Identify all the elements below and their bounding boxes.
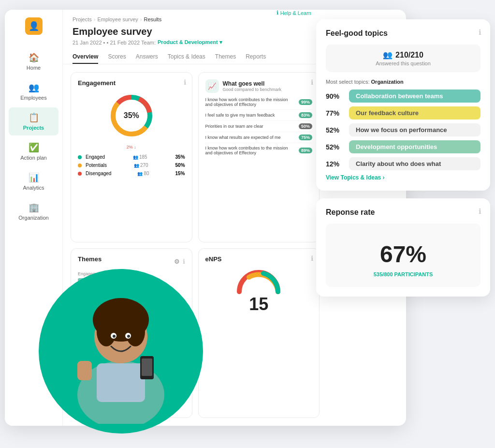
tab-themes[interactable]: Themes <box>215 50 236 64</box>
response-rate-title: Reponse rate <box>326 208 480 217</box>
help-link[interactable]: ℹ Help & Learn <box>277 10 311 16</box>
sidebar-label-home: Home <box>27 65 41 71</box>
whatwell-item-4: I know how work contributes to the missi… <box>205 143 313 158</box>
enps-card: eNPS ℹ 15 <box>198 248 320 418</box>
sidebar-item-organization[interactable]: 🏢 Organization <box>9 197 58 225</box>
feel-good-info-icon[interactable]: ℹ <box>479 28 481 37</box>
whatwell-info-icon[interactable]: ℹ <box>311 78 313 86</box>
employees-icon: 👥 <box>29 82 39 93</box>
whatwell-item-0: I know how work contributes to the missi… <box>205 95 313 110</box>
legend-potentials: Potentials 👥 270 50% <box>78 163 185 168</box>
response-rate-card: Reponse rate ℹ 67% 535/800 PARTICIPANTS <box>316 198 490 297</box>
sidebar-label-organization: Organization <box>18 215 48 221</box>
topic-label-2: How we focus on performance <box>349 123 480 136</box>
topic-row-1: 77% Our feedback culture <box>326 106 480 119</box>
engagement-change: 2% ↓ <box>127 145 136 149</box>
breadcrumb-results: Results <box>144 16 161 22</box>
most-select-label: Most select topics: Organization <box>326 79 480 85</box>
enps-value: 15 <box>205 294 313 314</box>
whatwell-icon: 📈 <box>205 79 219 93</box>
feel-good-title: Feel-good topics <box>326 29 480 38</box>
breadcrumb-survey[interactable]: Employee survey <box>97 16 138 22</box>
whatwell-card: ℹ 📈 What goes well Good compared to benc… <box>198 72 320 242</box>
breadcrumb-sep1: › <box>94 16 96 22</box>
tab-topics[interactable]: Topics & Ideas <box>168 50 205 64</box>
answered-box: 👥 210/210 Answered this question <box>326 45 480 72</box>
organization-icon: 🏢 <box>29 202 39 213</box>
analytics-icon: 📊 <box>29 172 39 183</box>
svg-rect-14 <box>77 361 92 380</box>
topic-row-0: 90% Collaboration between teams <box>326 90 480 103</box>
svg-point-12 <box>127 335 130 338</box>
svg-rect-16 <box>142 358 152 376</box>
engagement-title: Engagement <box>78 79 185 87</box>
topic-label-4: Clarity about who does what <box>349 157 480 170</box>
sidebar-item-action-plan[interactable]: ✅ Action plan <box>9 137 58 165</box>
themes-settings-icon[interactable]: ⚙ <box>174 258 180 265</box>
whatwell-subtitle: Good compared to benchmark <box>223 87 282 92</box>
sidebar-label-projects: Projects <box>23 125 44 131</box>
whatwell-item-1: I feel safe to give my team feedback 83% <box>205 110 313 121</box>
enps-title: eNPS <box>205 255 313 263</box>
answered-label: Answered this question <box>332 60 475 66</box>
response-percent: 67% <box>335 241 471 268</box>
sidebar-label-employees: Employees <box>20 95 46 101</box>
engagement-card: Engagement ℹ 35% 2% ↓ <box>71 72 192 242</box>
topic-label-0: Collaboration between teams <box>349 90 480 103</box>
view-topics-link[interactable]: View Topics & Ideas › <box>326 174 480 181</box>
topic-label-3: Development opportunities <box>349 140 480 153</box>
potentials-dot <box>78 164 82 167</box>
sidebar-item-home[interactable]: 🏠 Home <box>9 47 58 75</box>
engaged-dot <box>78 155 82 159</box>
enps-info-icon[interactable]: ℹ <box>311 254 313 262</box>
feel-good-topics-card: Feel-good topics ℹ 👥 210/210 Answered th… <box>316 19 490 191</box>
themes-header: Themes ⚙ ℹ <box>78 255 185 268</box>
action-plan-icon: ✅ <box>29 142 39 153</box>
legend-engaged: Engaged 👥 185 35% <box>78 154 185 160</box>
sidebar-item-analytics[interactable]: 📊 Analytics <box>9 167 58 195</box>
whatwell-header: 📈 What goes well Good compared to benchm… <box>205 79 313 93</box>
response-box: 67% 535/800 PARTICIPANTS <box>326 224 480 287</box>
topic-label-1: Our feedback culture <box>349 106 480 119</box>
svg-point-8 <box>126 317 145 346</box>
donut-container: 35% <box>78 91 185 140</box>
enps-gauge <box>205 268 313 294</box>
sidebar-label-action-plan: Action plan <box>20 155 46 161</box>
tab-overview[interactable]: Overview <box>73 50 98 64</box>
topic-row-2: 52% How we focus on performance <box>326 123 480 136</box>
person-image <box>39 269 203 433</box>
disengaged-dot <box>78 172 82 176</box>
answered-count: 210/210 <box>395 51 423 60</box>
response-sub: 535/800 PARTICIPANTS <box>335 271 471 277</box>
right-panel: Feel-good topics ℹ 👥 210/210 Answered th… <box>316 19 490 297</box>
themes-info-icon[interactable]: ℹ <box>183 258 185 265</box>
help-icon: ℹ <box>277 10 278 16</box>
tab-scores[interactable]: Scores <box>108 50 126 64</box>
breadcrumb-projects[interactable]: Projects <box>73 16 92 22</box>
logo: 👤 <box>25 17 43 35</box>
tab-answers[interactable]: Answers <box>136 50 158 64</box>
topic-row-4: 12% Clarity about who does what <box>326 157 480 170</box>
engagement-percent: 35% <box>124 111 139 120</box>
projects-icon: 📋 <box>29 112 39 123</box>
themes-title: Themes <box>78 255 102 263</box>
person-placeholder <box>39 269 203 433</box>
tab-reports[interactable]: Reports <box>246 50 266 64</box>
sidebar-item-projects[interactable]: 📋 Projects <box>9 107 58 135</box>
team-selector[interactable]: Product & Development ▾ <box>158 39 222 45</box>
whatwell-item-3: I know what results are expected of me 7… <box>205 132 313 143</box>
whatwell-item-2: Priorities in our team are clear 50% <box>205 121 313 132</box>
engagement-info-icon[interactable]: ℹ <box>184 78 186 86</box>
svg-point-7 <box>97 317 116 346</box>
svg-rect-13 <box>97 363 145 402</box>
engagement-legend: Engaged 👥 185 35% Potentials <box>78 154 185 176</box>
topic-row-3: 52% Development opportunities <box>326 140 480 153</box>
sidebar-item-employees[interactable]: 👥 Employees <box>9 77 58 105</box>
legend-disengaged: Disengaged 👥 80 15% <box>78 171 185 176</box>
home-icon: 🏠 <box>29 52 39 63</box>
people-icon: 👥 <box>383 50 393 60</box>
response-rate-info-icon[interactable]: ℹ <box>479 207 481 216</box>
svg-point-11 <box>113 335 116 338</box>
whatwell-title: What goes well <box>223 80 282 87</box>
breadcrumb-sep2: › <box>140 16 142 22</box>
